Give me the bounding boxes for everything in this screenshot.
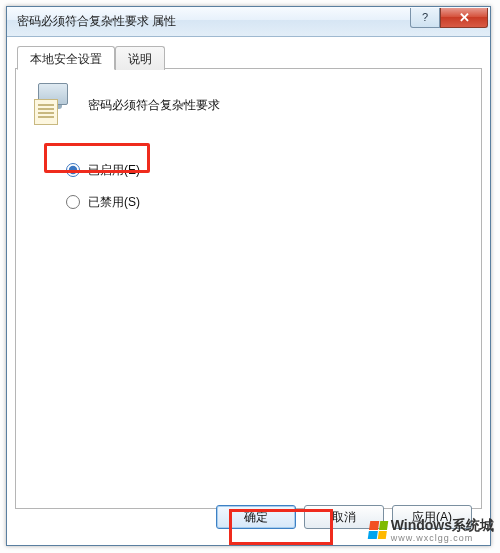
windows-logo-icon [367,521,388,539]
watermark: Windows系统城 www.wxclgg.com [369,517,494,543]
policy-name: 密码必须符合复杂性要求 [88,97,220,114]
radio-enabled-row[interactable]: 已启用(E) [58,157,146,183]
tab-explain[interactable]: 说明 [115,46,165,70]
policy-icon [34,83,74,127]
radio-enabled[interactable] [66,163,80,177]
policy-header: 密码必须符合复杂性要求 [34,83,463,127]
close-button[interactable]: ✕ [440,8,488,28]
radio-disabled-label: 已禁用(S) [88,194,140,211]
radio-enabled-label: 已启用(E) [88,162,140,179]
window-title: 密码必须符合复杂性要求 属性 [17,13,410,30]
watermark-text: Windows系统城 www.wxclgg.com [391,517,494,543]
radio-disabled[interactable] [66,195,80,209]
tab-strip: 本地安全设置 说明 [15,45,482,69]
ok-button[interactable]: 确定 [216,505,296,529]
titlebar: 密码必须符合复杂性要求 属性 ? ✕ [7,7,490,37]
tab-local-security[interactable]: 本地安全设置 [17,46,115,70]
radio-group: 已启用(E) 已禁用(S) [58,157,463,215]
help-button[interactable]: ? [410,8,440,28]
tab-page-local-security: 密码必须符合复杂性要求 已启用(E) 已禁用(S) [15,69,482,509]
radio-disabled-row[interactable]: 已禁用(S) [58,189,146,215]
titlebar-buttons: ? ✕ [410,8,488,28]
client-area: 本地安全设置 说明 密码必须符合复杂性要求 已启用(E) 已禁用 [15,45,482,537]
properties-dialog: 密码必须符合复杂性要求 属性 ? ✕ 本地安全设置 说明 密码必须符合复杂性要求 [6,6,491,546]
